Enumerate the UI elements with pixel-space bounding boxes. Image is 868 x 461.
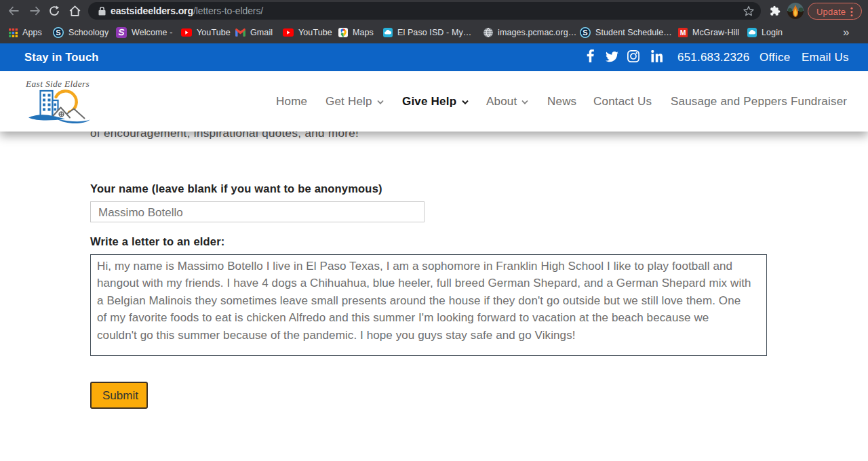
svg-text:M: M [680, 28, 686, 37]
svg-text:S: S [583, 28, 587, 37]
svg-text:S: S [56, 28, 60, 37]
